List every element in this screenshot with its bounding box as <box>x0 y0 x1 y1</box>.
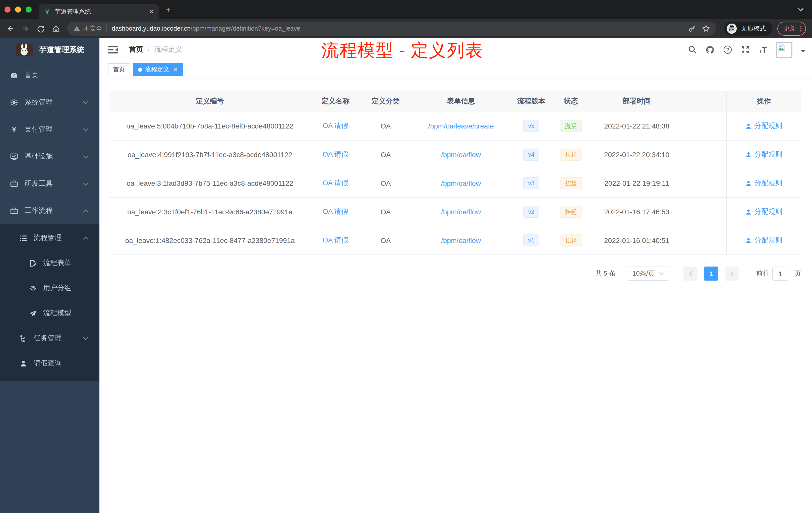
fullscreen-icon[interactable] <box>741 45 750 54</box>
definition-name-link[interactable]: OA 请假 <box>323 121 348 129</box>
tag-process-definition[interactable]: 流程定义 ✕ <box>133 63 183 76</box>
table-row: oa_leave:4:991f2193-7b7f-11ec-a3c8-acde4… <box>110 141 801 169</box>
security-label[interactable]: 不安全 <box>83 24 102 33</box>
sidebar-toggle-icon[interactable] <box>108 45 118 55</box>
status-badge: 挂起 <box>560 177 582 189</box>
sidebar-item-devtools[interactable]: 研发工具 <box>0 170 99 197</box>
forward-button[interactable] <box>19 22 32 35</box>
form-link[interactable]: /bpm/oa/flow <box>441 236 481 244</box>
annotation-title: 流程模型 - 定义列表 <box>321 39 483 62</box>
page-size-select[interactable]: 10条/页 <box>627 267 669 280</box>
next-page-button[interactable] <box>725 267 739 280</box>
column-header: 操作 <box>726 91 801 112</box>
table-row: oa_leave:5:004b710b-7b8a-11ec-8ef0-acde4… <box>110 112 801 141</box>
sidebar-item-label: 用户分组 <box>43 283 71 293</box>
prev-page-button[interactable] <box>684 267 697 280</box>
table-row: oa_leave:3:1fad3d93-7b75-11ec-a3c8-acde4… <box>110 169 801 198</box>
breadcrumb-home[interactable]: 首页 <box>129 45 143 54</box>
assign-rule-button[interactable]: 分配规则 <box>745 207 782 216</box>
form-link[interactable]: /bpm/oa/flow <box>441 179 481 187</box>
url-text[interactable]: dashboard.yudao.iocoder.cn/bpm/manager/d… <box>112 25 682 32</box>
sidebar-item-label: 流程模型 <box>43 309 71 318</box>
column-header: 部署时间 <box>590 97 683 106</box>
browser-toolbar: 不安全 dashboard.yudao.iocoder.cn/bpm/manag… <box>0 19 812 38</box>
minimize-window-button[interactable] <box>15 6 21 12</box>
avatar-dropdown-caret-icon[interactable] <box>801 50 805 55</box>
deploy-time: 2022-01-22 19:19:11 <box>590 179 683 187</box>
sidebar-item-label: 工作流程 <box>25 206 53 215</box>
dashboard-icon <box>10 71 18 79</box>
sidebar-item-task-management[interactable]: 任务管理 <box>0 326 99 351</box>
url-path: /bpm/manager/definition?key=oa_leave <box>191 25 300 32</box>
search-icon[interactable] <box>688 45 697 54</box>
tag-close-icon[interactable]: ✕ <box>173 67 178 72</box>
bookmark-star-icon[interactable] <box>702 25 710 33</box>
address-divider <box>106 25 107 32</box>
sidebar-item-infrastructure[interactable]: 基础设施 <box>0 143 99 170</box>
definition-id: oa_leave:5:004b710b-7b8a-11ec-8ef0-acde4… <box>110 122 310 130</box>
home-button[interactable] <box>49 22 62 35</box>
form-link[interactable]: /bpm/oa/flow <box>441 208 481 216</box>
assign-rule-button[interactable]: 分配规则 <box>745 150 782 159</box>
sidebar-item-process-model[interactable]: 流程模型 <box>0 301 99 326</box>
help-icon[interactable]: ? <box>723 45 732 54</box>
sidebar-item-home[interactable]: 首页 <box>0 62 99 89</box>
avatar[interactable] <box>776 41 792 58</box>
not-secure-warning-icon[interactable] <box>73 25 80 32</box>
goto-page-input[interactable] <box>772 267 788 280</box>
address-bar[interactable]: 不安全 dashboard.yudao.iocoder.cn/bpm/manag… <box>67 22 716 36</box>
tab-close-icon[interactable]: ✕ <box>149 8 154 15</box>
chevron-up-icon <box>83 209 88 213</box>
github-icon[interactable] <box>705 45 715 54</box>
definition-name-link[interactable]: OA 请假 <box>323 207 348 215</box>
status-badge: 挂起 <box>560 206 582 218</box>
current-page-button[interactable]: 1 <box>704 267 718 280</box>
assign-rule-button[interactable]: 分配规则 <box>745 236 782 245</box>
chevron-down-icon <box>83 155 88 158</box>
definition-name-link[interactable]: OA 请假 <box>323 236 348 244</box>
version-badge: v3 <box>523 177 539 189</box>
status-badge: 挂起 <box>560 234 582 246</box>
site-favicon-icon <box>44 8 51 15</box>
definition-category: OA <box>360 236 411 244</box>
column-header: 表单信息 <box>411 97 511 106</box>
reload-button[interactable] <box>34 22 47 35</box>
back-button[interactable] <box>4 22 17 35</box>
sidebar-item-label: 首页 <box>25 71 39 80</box>
definition-category: OA <box>360 151 411 159</box>
close-window-button[interactable] <box>4 6 10 12</box>
sidebar-item-label: 研发工具 <box>25 179 53 188</box>
sidebar-item-system[interactable]: 系统管理 <box>0 89 99 116</box>
font-size-icon[interactable]: TT <box>758 45 767 54</box>
password-key-icon[interactable] <box>688 25 696 33</box>
active-dot-icon <box>138 67 142 71</box>
tab-search-chevron-icon[interactable] <box>798 7 804 11</box>
deploy-time: 2022-01-16 17:46:53 <box>590 208 683 216</box>
sidebar-item-process-management[interactable]: 流程管理 <box>0 225 99 250</box>
sidebar-item-user-group[interactable]: 用户分组 <box>0 276 99 301</box>
goto-label: 前往 <box>756 269 769 278</box>
assign-rule-button[interactable]: 分配规则 <box>745 121 782 130</box>
new-tab-button[interactable]: + <box>166 5 171 14</box>
sidebar-item-label: 支付管理 <box>25 125 53 134</box>
assign-rule-button[interactable]: 分配规则 <box>745 179 782 188</box>
browser-tab[interactable]: 芋道管理系统 ✕ <box>39 4 159 19</box>
browser-update-button[interactable]: 更新 <box>777 22 806 36</box>
monitor-icon <box>10 153 18 161</box>
form-link[interactable]: /bpm/oa/flow <box>441 151 481 159</box>
definition-category: OA <box>360 122 411 130</box>
content: 定义编号 定义名称 定义分类 表单信息 流程版本 状态 部署时间 操作 oa_l… <box>99 78 812 513</box>
zoom-window-button[interactable] <box>26 6 32 12</box>
sidebar-item-workflow[interactable]: 工作流程 <box>0 197 99 224</box>
tag-home[interactable]: 首页 <box>108 63 130 76</box>
browser-menu-icon[interactable] <box>800 26 802 32</box>
definition-name-link[interactable]: OA 请假 <box>323 150 348 158</box>
sidebar-item-process-form[interactable]: 流程表单 <box>0 250 99 276</box>
form-link[interactable]: /bpm/oa/leave/create <box>428 122 494 130</box>
app-frame: 芋道管理系统 首页 系统管理 ¥ 支付管理 <box>0 38 812 513</box>
sidebar-logo[interactable]: 芋道管理系统 <box>0 38 99 62</box>
deploy-time: 2022-01-16 01:40:51 <box>590 236 683 244</box>
sidebar-item-leave-query[interactable]: 请假查询 <box>0 351 99 376</box>
definition-name-link[interactable]: OA 请假 <box>323 179 348 187</box>
sidebar-item-payment[interactable]: ¥ 支付管理 <box>0 116 99 143</box>
